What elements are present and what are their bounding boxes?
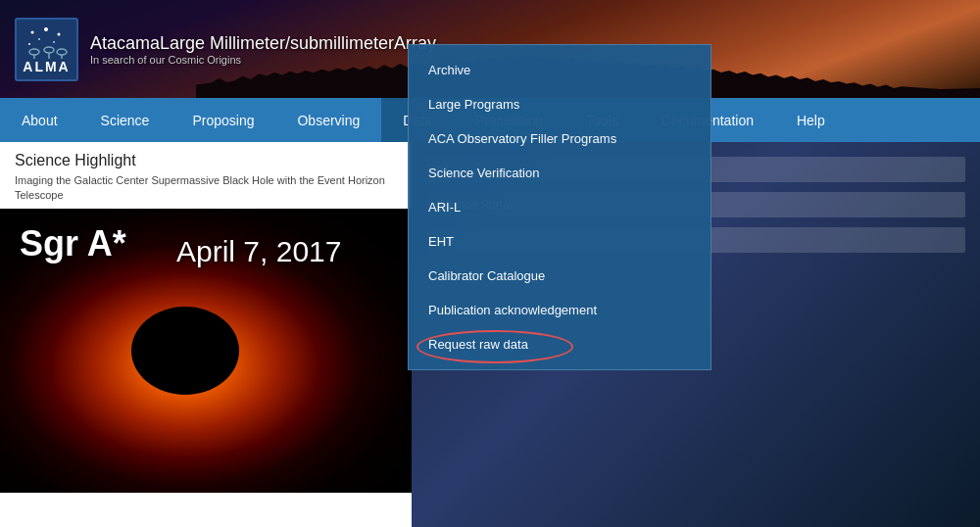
svg-point-2 [58,32,61,35]
alma-logo-text: ALMA [23,59,70,74]
svg-point-5 [28,43,30,45]
nav-observing[interactable]: Observing [275,98,381,142]
dropdown-request-raw-data[interactable]: Request raw data [409,327,710,361]
dropdown-archive[interactable]: Archive [409,53,710,87]
image-date: April 7, 2017 [176,235,341,268]
alma-logo: ALMA [15,18,78,81]
site-subtitle: In search of our Cosmic Origins [90,54,436,66]
black-hole-image: Sgr A* April 7, 2017 [0,209,412,493]
svg-point-4 [53,41,55,43]
nav-help[interactable]: Help [775,98,847,142]
site-title-area: AtacamaLarge Millimeter/submillimeterArr… [90,33,436,66]
science-highlight-title: Science Highlight [15,152,397,169]
science-highlight-section: Science Highlight Imaging the Galactic C… [0,142,412,209]
dropdown-science-verification[interactable]: Science Verification [409,156,710,190]
svg-point-8 [44,47,54,53]
image-title: Sgr A* [20,223,126,264]
dropdown-publication-acknowledgement[interactable]: Publication acknowledgement [409,293,710,327]
black-hole-shadow [131,307,239,395]
left-panel: Science Highlight Imaging the Galactic C… [0,142,412,527]
dropdown-aca[interactable]: ACA Observatory Filler Programs [409,121,710,156]
svg-point-3 [38,38,40,40]
logo-graphic [24,24,69,59]
svg-point-0 [31,30,34,33]
dropdown-eht[interactable]: EHT [409,224,710,259]
svg-point-1 [44,27,48,31]
svg-point-10 [57,49,67,55]
nav-about[interactable]: About [0,98,79,142]
site-title: AtacamaLarge Millimeter/submillimeterArr… [90,33,436,54]
dropdown-large-programs[interactable]: Large Programs [409,87,710,121]
data-dropdown-menu: Archive Large Programs ACA Observatory F… [408,44,711,370]
nav-science[interactable]: Science [79,98,172,142]
logo-area: ALMA AtacamaLarge Millimeter/submillimet… [15,18,436,81]
science-highlight-description: Imaging the Galactic Center Supermassive… [15,173,397,204]
image-overlay-text: Sgr A* April 7, 2017 [20,223,126,264]
dropdown-ari-l[interactable]: ARI-L [409,190,710,224]
dropdown-calibrator-catalogue[interactable]: Calibrator Catalogue [409,259,710,293]
nav-proposing[interactable]: Proposing [171,98,275,142]
svg-point-6 [29,49,39,55]
